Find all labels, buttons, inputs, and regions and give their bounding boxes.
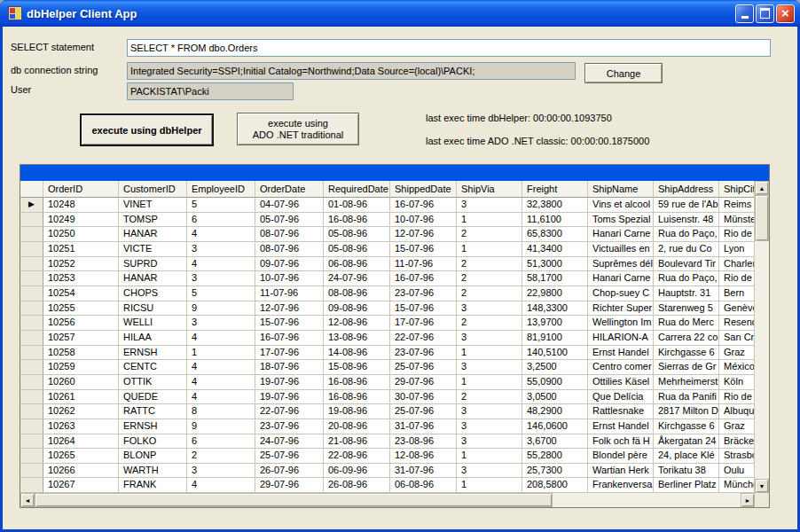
cell[interactable]: RATTC (119, 404, 187, 419)
cell[interactable]: 3,6700 (522, 434, 588, 450)
cell[interactable]: 2 (457, 316, 522, 331)
cell[interactable]: 2 (457, 227, 522, 242)
table-row[interactable]: 10264FOLKO624-07-9621-08-9623-08-9633,67… (20, 434, 755, 450)
cell[interactable]: 3 (457, 404, 522, 419)
cell[interactable]: Ernst Handel (588, 346, 654, 361)
table-row[interactable]: 10256WELLI315-07-9612-08-9617-07-96213,9… (20, 316, 755, 331)
cell[interactable]: 18-07-96 (255, 360, 324, 375)
cell[interactable]: 06-08-96 (390, 478, 457, 493)
cell[interactable]: Victuailles en (588, 242, 654, 257)
table-row[interactable]: 10267FRANK429-07-9626-08-9606-08-961208,… (20, 478, 755, 493)
cell[interactable]: 19-07-96 (255, 375, 324, 390)
scroll-up-button[interactable]: ▲ (755, 181, 769, 195)
horizontal-scrollbar[interactable]: ◄ ► (20, 493, 769, 507)
cell[interactable]: 12-07-96 (255, 301, 324, 317)
cell[interactable]: 2 (457, 271, 522, 286)
cell[interactable]: Reims (719, 198, 755, 213)
cell[interactable]: 5 (187, 286, 255, 301)
cell[interactable]: 13-08-96 (324, 331, 390, 346)
cell[interactable]: Wartian Herk (588, 464, 654, 479)
cell[interactable]: 10-07-96 (255, 271, 324, 286)
cell[interactable]: Chop-suey C (588, 286, 654, 301)
cell[interactable]: Resende (719, 316, 755, 331)
cell[interactable]: 10264 (43, 434, 119, 450)
cell[interactable]: 05-08-96 (324, 242, 390, 257)
cell[interactable]: 10260 (43, 375, 119, 390)
cell[interactable]: 10250 (43, 227, 119, 242)
cell[interactable]: Charlero (719, 257, 755, 272)
cell[interactable]: 6 (187, 434, 255, 450)
cell[interactable]: ERNSH (119, 419, 187, 434)
row-selector[interactable] (20, 360, 43, 375)
cell[interactable]: 10261 (43, 390, 119, 405)
cell[interactable]: 10263 (43, 419, 119, 434)
cell[interactable]: 29-07-96 (255, 478, 324, 493)
cell[interactable]: Frankenversa (588, 478, 654, 493)
row-selector[interactable] (20, 242, 43, 257)
cell[interactable]: SUPRD (119, 257, 187, 272)
cell[interactable]: 12-08-96 (324, 316, 390, 331)
cell[interactable]: 9 (187, 301, 255, 317)
table-row[interactable]: 10260OTTIK419-07-9616-08-9629-07-96155,0… (20, 375, 755, 390)
cell[interactable]: 31-07-96 (390, 464, 457, 479)
cell[interactable]: FOLKO (119, 434, 187, 450)
cell[interactable]: Berliner Platz (654, 478, 719, 493)
cell[interactable]: VICTE (119, 242, 187, 257)
cell[interactable]: 13,9700 (522, 316, 588, 331)
cell[interactable]: Hanari Carne (588, 227, 654, 242)
cell[interactable]: 12-07-96 (390, 227, 457, 242)
table-row[interactable]: 10259CENTC418-07-9615-08-9625-07-9633,25… (20, 360, 755, 375)
vertical-scroll-track[interactable] (755, 241, 769, 479)
cell[interactable]: VINET (119, 198, 187, 213)
cell[interactable]: 08-07-96 (255, 227, 324, 242)
row-selector[interactable]: ▶ (20, 198, 43, 213)
cell[interactable]: 10256 (43, 316, 119, 331)
cell[interactable]: 23-07-96 (390, 346, 457, 361)
cell[interactable]: 10255 (43, 301, 119, 317)
cell[interactable]: 140,5100 (522, 346, 588, 361)
cell[interactable]: 4 (187, 375, 255, 390)
column-header-customerid[interactable]: CustomerID (119, 181, 187, 198)
row-selector[interactable] (20, 227, 43, 242)
cell[interactable]: 05-08-96 (324, 227, 390, 242)
cell[interactable]: 15-08-96 (324, 360, 390, 375)
cell[interactable]: BLONP (119, 449, 187, 464)
execute-dbhelper-button[interactable]: execute using dbHelper (80, 113, 214, 146)
row-selector[interactable] (20, 375, 43, 390)
row-selector[interactable] (20, 449, 43, 464)
column-header-shipcity[interactable]: ShipCity (719, 181, 755, 198)
cell[interactable]: 4 (187, 331, 255, 346)
cell[interactable]: CENTC (119, 360, 187, 375)
cell[interactable]: HILAA (119, 331, 187, 346)
cell[interactable]: Rua da Panifi (654, 390, 719, 405)
connection-string-input[interactable] (127, 62, 576, 80)
row-selector[interactable] (20, 286, 43, 301)
cell[interactable]: 09-08-96 (324, 301, 390, 317)
row-selector[interactable] (20, 331, 43, 346)
cell[interactable]: Münster (719, 213, 755, 228)
column-header-employeeid[interactable]: EmployeeID (187, 181, 255, 198)
cell[interactable]: 3 (457, 419, 522, 434)
cell[interactable]: 24-07-96 (255, 434, 324, 450)
row-selector[interactable] (20, 346, 43, 361)
column-header-requireddate[interactable]: RequiredDate (324, 181, 390, 198)
table-row[interactable]: 10254CHOPS511-07-9608-08-9623-07-96222,9… (20, 286, 755, 301)
cell[interactable]: 31-07-96 (390, 419, 457, 434)
cell[interactable]: 5 (187, 198, 255, 213)
cell[interactable]: TOMSP (119, 213, 187, 228)
cell[interactable]: Bräcke (719, 434, 755, 450)
cell[interactable]: Richter Super (588, 301, 654, 317)
cell[interactable]: 24, place Klé (654, 449, 719, 464)
table-row[interactable]: 10266WARTH326-07-9606-09-9631-07-96325,7… (20, 464, 755, 479)
cell[interactable]: Genève (719, 301, 755, 317)
cell[interactable]: 19-08-96 (324, 404, 390, 419)
row-selector[interactable] (20, 301, 43, 317)
cell[interactable]: 3 (187, 242, 255, 257)
cell[interactable]: Sierras de Gr (654, 360, 719, 375)
cell[interactable]: Rio de J (719, 271, 755, 286)
horizontal-scroll-thumb[interactable] (35, 493, 553, 507)
cell[interactable]: 10265 (43, 449, 119, 464)
cell[interactable]: 29-07-96 (390, 375, 457, 390)
cell[interactable]: Graz (719, 419, 755, 434)
table-row[interactable]: 10262RATTC822-07-9619-08-9625-07-96348,2… (20, 404, 755, 419)
